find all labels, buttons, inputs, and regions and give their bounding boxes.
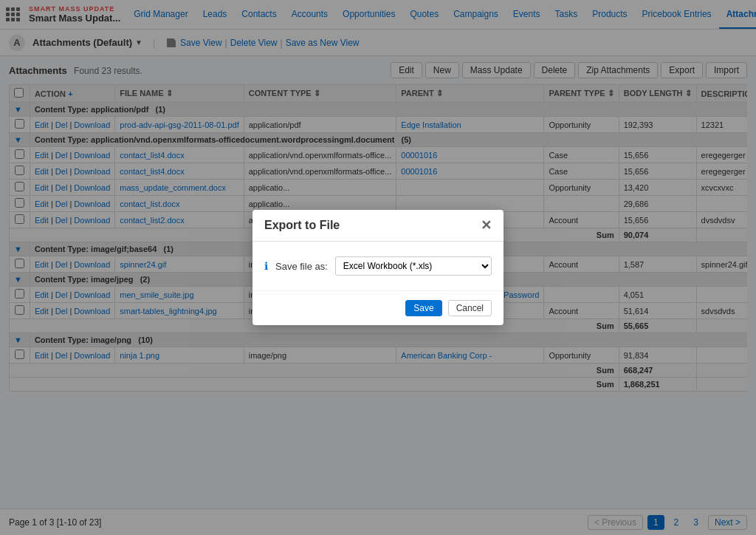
modal-title: Export to File [264,219,340,232]
modal-save-button[interactable]: Save [405,300,441,316]
info-icon: ℹ [264,260,268,272]
modal-overlay[interactable]: Export to File ✕ ℹ Save file as: Excel W… [0,0,756,508]
modal-footer: Save Cancel [252,290,504,325]
export-modal: Export to File ✕ ℹ Save file as: Excel W… [252,210,504,325]
file-format-select[interactable]: Excel Workbook (*.xls) CSV (*.csv) PDF (… [335,256,492,276]
modal-header: Export to File ✕ [252,210,504,242]
save-file-as-row: ℹ Save file as: Excel Workbook (*.xls) C… [264,256,492,276]
save-file-as-label: Save file as: [275,261,328,272]
modal-close-button[interactable]: ✕ [481,219,492,232]
modal-body: ℹ Save file as: Excel Workbook (*.xls) C… [252,242,504,290]
modal-cancel-button[interactable]: Cancel [448,300,492,316]
